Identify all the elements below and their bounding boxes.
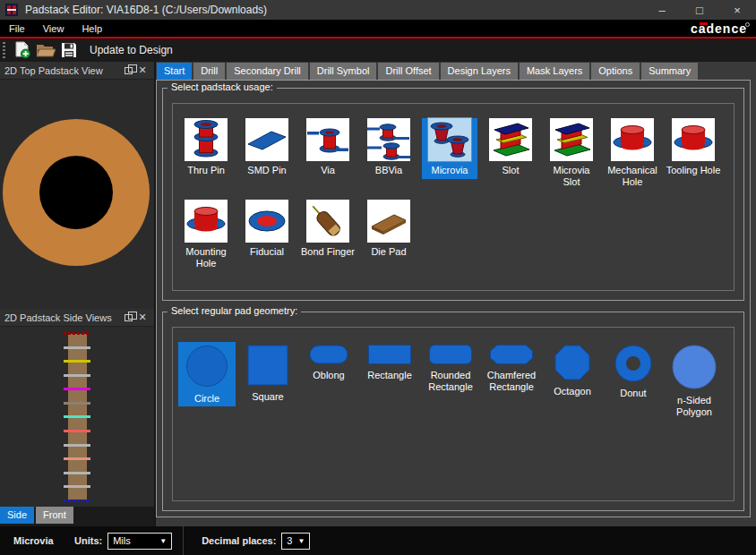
side-padstack-view[interactable] [0,327,154,507]
usage-item-die-pad[interactable]: Die Pad [361,200,417,260]
usage-item-microvia[interactable]: Microvia [422,118,477,179]
geometry-item-n-sided-polygon[interactable]: n-Sided Polygon [666,342,723,420]
float-icon [125,67,133,74]
usage-item-smd-pin[interactable]: SMD Pin [239,118,295,179]
tab-options[interactable]: Options [591,63,640,80]
usage-item-microvia-slot[interactable]: Microvia Slot [544,118,599,191]
side-view-title: 2D Padstack Side Views [4,312,121,323]
statusbar: Microvia Units: Mils ▼ Decimal places: 3… [0,526,756,555]
toolbar-drag-handle[interactable] [3,42,5,58]
tab-drill-symbol[interactable]: Drill Symbol [310,63,377,80]
usage-item-label: Die Pad [371,246,406,258]
body: 2D Top Padstack View ✕ 2D Padstack Side … [0,62,756,526]
mechanical-hole-tile [611,118,654,161]
square-shape [247,345,288,386]
geometry-item-square[interactable]: Square [239,342,296,405]
top-padstack-view[interactable] [0,80,154,309]
geometry-item-rectangle[interactable]: Rectangle [361,342,418,383]
fiducial-tile [245,200,288,243]
octagon-shape [554,345,590,380]
top-view-header: 2D Top Padstack View ✕ [0,62,154,80]
side-view-layer-line [64,485,90,488]
smd-pin-icon [245,118,288,161]
save-icon [61,42,77,58]
usage-item-label: Via [321,165,335,176]
side-view-header: 2D Padstack Side Views ✕ [0,309,154,327]
statusbar-divider [183,526,184,555]
geometry-item-rounded-rectangle[interactable]: Rounded Rectangle [422,342,479,395]
side-view-float-button[interactable] [121,311,135,325]
usage-item-fiducial[interactable]: Fiducial [239,200,295,260]
usage-item-via[interactable]: Via [300,118,356,179]
tab-secondary-drill[interactable]: Secondary Drill [227,63,308,80]
geometry-item-label: Oblong [313,370,344,381]
app-icon [5,4,18,16]
side-view-close-button[interactable]: ✕ [135,311,150,325]
microvia-icon [428,118,471,161]
fiducial-icon [245,200,288,243]
menu-file[interactable]: File [0,20,34,37]
thru-pin-tile [185,118,228,161]
oblong-shape [309,345,348,364]
cadence-logo: cadence [691,21,756,36]
tab-design-layers[interactable]: Design Layers [441,63,518,80]
usage-item-label: SMD Pin [247,165,286,176]
open-button[interactable] [34,39,57,61]
maximize-button[interactable]: □ [681,0,718,20]
geometry-row: Circle Square [178,342,728,420]
usage-item-label: Microvia [432,165,468,176]
tab-mask-layers[interactable]: Mask Layers [520,63,589,80]
chamfered-rectangle-shape [490,345,533,364]
usage-item-thru-pin[interactable]: Thru Pin [178,118,234,179]
tab-drill-offset[interactable]: Drill Offset [378,63,438,80]
main-area: Start Drill Secondary Drill Drill Symbol… [156,62,756,526]
close-button[interactable]: × [718,0,756,20]
side-view-layer-line [64,444,90,447]
usage-item-mounting-hole[interactable]: Mounting Hole [178,200,234,272]
side-view-tabs: Side Front [0,507,154,526]
mounting-hole-tile [185,200,228,243]
slot-tile [489,118,532,161]
left-panels: 2D Top Padstack View ✕ 2D Padstack Side … [0,62,156,526]
usage-item-bbvia[interactable]: BBVia [361,118,417,179]
side-view-layer-line [64,415,90,418]
usage-item-label: Mounting Hole [178,246,234,269]
usage-group-label: Select padstack usage: [168,81,277,92]
mounting-hole-icon [185,200,228,243]
update-to-design-button[interactable]: Update to Design [90,44,173,56]
tooling-hole-tile [672,118,715,161]
save-button[interactable] [57,39,81,61]
units-dropdown[interactable]: Mils ▼ [107,533,172,550]
menubar: File View Help cadence [0,20,756,37]
geometry-item-circle[interactable]: Circle [178,342,236,406]
tab-summary[interactable]: Summary [641,63,698,80]
menu-view[interactable]: View [34,20,73,37]
tab-drill[interactable]: Drill [193,63,225,80]
tab-side[interactable]: Side [0,507,34,524]
geometry-item-donut[interactable]: Donut [605,342,662,401]
usage-inner-frame: Thru Pin SMD Pin [172,103,735,291]
minimize-button[interactable]: – [643,0,681,20]
usage-item-mechanical-hole[interactable]: Mechanical Hole [605,118,660,191]
new-padstack-button[interactable] [11,39,34,61]
geometry-item-octagon[interactable]: Octagon [544,342,601,399]
tab-front[interactable]: Front [36,507,73,524]
die-pad-tile [367,200,410,243]
geometry-item-oblong[interactable]: Oblong [300,342,357,383]
chevron-down-icon: ▼ [159,537,167,545]
usage-item-bond-finger[interactable]: Bond Finger [300,200,356,260]
tab-start[interactable]: Start [157,63,192,80]
usage-item-tooling-hole[interactable]: Tooling Hole [666,118,721,179]
rectangle-shape [368,345,411,364]
side-view-layer-line [64,360,90,363]
top-view-float-button[interactable] [121,64,135,78]
geometry-item-label: Square [252,391,283,403]
top-view-close-button[interactable]: ✕ [135,64,150,78]
geometry-item-chamfered-rectangle[interactable]: Chamfered Rectangle [483,342,540,395]
menu-help[interactable]: Help [73,20,111,37]
usage-item-slot[interactable]: Slot [483,118,538,179]
side-view-layer-line [64,346,90,349]
decimal-places-dropdown[interactable]: 3 ▼ [281,533,310,550]
smd-pin-tile [245,118,288,161]
usage-item-label: Tooling Hole [666,165,721,176]
